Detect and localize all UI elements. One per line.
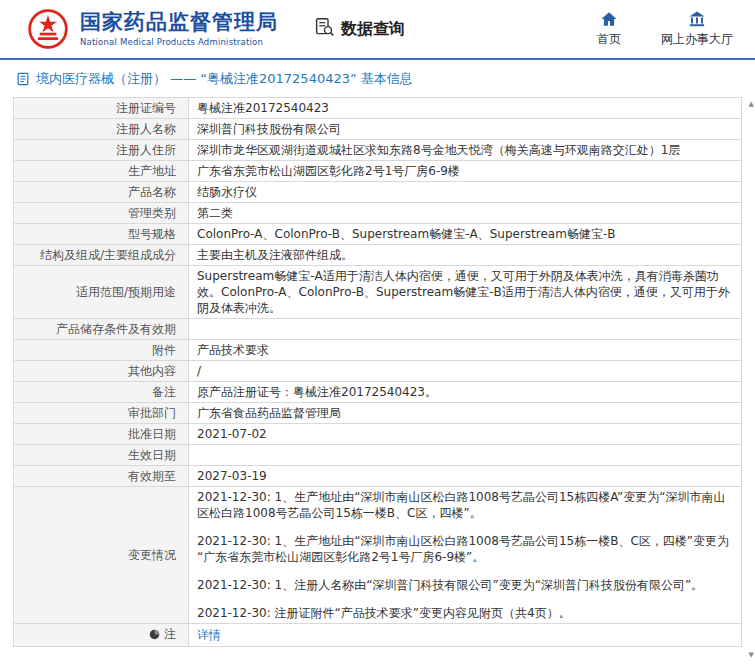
agency-brand[interactable]: 国家药品监督管理局 National Medical Products Admi… — [26, 7, 278, 51]
row-label: 生效日期 — [14, 445, 189, 466]
row-label: 有效期至 — [14, 466, 189, 487]
national-emblem-icon — [26, 7, 70, 51]
breadcrumb: 境内医疗器械（注册） —— “粤械注准20172540423” 基本信息 — [0, 60, 755, 95]
nav-service-hall[interactable]: 网上办事大厅 — [661, 10, 733, 48]
brand-text: 国家药品监督管理局 National Medical Products Admi… — [80, 11, 278, 47]
note-circle-icon — [149, 629, 160, 640]
row-value: 粤械注准20172540423 — [189, 98, 742, 119]
row-label: 注册人住所 — [14, 140, 189, 161]
row-value: 第二类 — [189, 203, 742, 224]
document-search-icon — [314, 17, 335, 42]
row-label: 审批部门 — [14, 403, 189, 424]
nav-home-label: 首页 — [597, 31, 621, 48]
nav-hall-label: 网上办事大厅 — [661, 31, 733, 48]
row-value: 原产品注册证号：粤械注准20172540423。 — [189, 382, 742, 403]
row-value: ColonPro-A、ColonPro-B、Superstream畅健宝-A、S… — [189, 224, 742, 245]
top-nav: 首页 网上办事大厅 — [597, 10, 741, 48]
row-value: 产品技术要求 — [189, 340, 742, 361]
row-value-changes: 2021-12-30: 1、生产地址由“深圳市南山区松白路1008号艺晶公司15… — [189, 487, 742, 624]
table-row-changes: 变更情况 2021-12-30: 1、生产地址由“深圳市南山区松白路1008号艺… — [14, 487, 742, 624]
table-row-attachment: 附件 产品技术要求 — [14, 340, 742, 361]
table-row-scope: 适用范围/预期用途 Superstream畅健宝-A适用于清洁人体内宿便，通便，… — [14, 266, 742, 319]
table-row-model-spec: 型号规格 ColonPro-A、ColonPro-B、Superstream畅健… — [14, 224, 742, 245]
row-value-note: 详情 — [189, 624, 742, 647]
table-row-production-address: 生产地址 广东省东莞市松山湖园区彰化路2号1号厂房6-9楼 — [14, 161, 742, 182]
row-label-note: 注 — [14, 624, 189, 647]
row-label: 生产地址 — [14, 161, 189, 182]
table-row-note: 注 详情 — [14, 624, 742, 647]
row-value — [189, 445, 742, 466]
row-value: 2021-07-02 — [189, 424, 742, 445]
row-label: 产品名称 — [14, 182, 189, 203]
breadcrumb-text: 境内医疗器械（注册） —— “粤械注准20172540423” 基本信息 — [36, 70, 413, 88]
row-label: 变更情况 — [14, 487, 189, 624]
table-row-valid-until: 有效期至 2027-03-19 — [14, 466, 742, 487]
row-value: 广东省东莞市松山湖园区彰化路2号1号厂房6-9楼 — [189, 161, 742, 182]
table-row-reg-no: 注册证编号 粤械注准20172540423 — [14, 98, 742, 119]
row-value: 广东省食品药品监督管理局 — [189, 403, 742, 424]
change-paragraph: 2021-12-30: 1、注册人名称由“深圳普门科技有限公司”变更为“深圳普门… — [197, 577, 733, 593]
row-label: 备注 — [14, 382, 189, 403]
change-paragraph: 2021-12-30: 1、生产地址由“深圳市南山区松白路1008号艺晶公司15… — [197, 489, 733, 521]
row-label: 注册人名称 — [14, 119, 189, 140]
site-header: 国家药品监督管理局 National Medical Products Admi… — [0, 0, 755, 60]
table-row-effective-date: 生效日期 — [14, 445, 742, 466]
page: 国家药品监督管理局 National Medical Products Admi… — [0, 0, 755, 663]
row-value: Superstream畅健宝-A适用于清洁人体内宿便，通便，又可用于外阴及体表冲… — [189, 266, 742, 319]
scroll-down-arrow[interactable]: ▼ — [749, 652, 754, 659]
agency-name-en: National Medical Products Administration — [80, 37, 278, 47]
government-building-icon — [688, 10, 706, 28]
row-value: 主要由主机及注液部件组成。 — [189, 245, 742, 266]
row-value: 结肠水疗仪 — [189, 182, 742, 203]
table-row-storage: 产品储存条件及有效期 — [14, 319, 742, 340]
agency-name-cn: 国家药品监督管理局 — [80, 11, 278, 34]
table-row-registrant: 注册人名称 深圳普门科技股份有限公司 — [14, 119, 742, 140]
home-icon — [600, 10, 618, 28]
row-label: 附件 — [14, 340, 189, 361]
table-row-structure: 结构及组成/主要组成成分 主要由主机及注液部件组成。 — [14, 245, 742, 266]
row-value: 2027-03-19 — [189, 466, 742, 487]
row-label: 适用范围/预期用途 — [14, 266, 189, 319]
row-value: / — [189, 361, 742, 382]
change-paragraph: 2021-12-30: 注册证附件“产品技术要求”变更内容见附页（共4页）。 — [197, 605, 733, 621]
table-container: 注册证编号 粤械注准20172540423 注册人名称 深圳普门科技股份有限公司… — [0, 97, 755, 663]
row-label: 产品储存条件及有效期 — [14, 319, 189, 340]
table-row-approval-dept: 审批部门 广东省食品药品监督管理局 — [14, 403, 742, 424]
row-label: 其他内容 — [14, 361, 189, 382]
nav-home[interactable]: 首页 — [597, 10, 621, 48]
table-row-other: 其他内容 / — [14, 361, 742, 382]
row-value — [189, 319, 742, 340]
row-value: 深圳市龙华区观湖街道观城社区求知东路8号金地天悦湾（梅关高速与环观南路交汇处）1… — [189, 140, 742, 161]
table-row-management-class: 管理类别 第二类 — [14, 203, 742, 224]
table-row-registrant-address: 注册人住所 深圳市龙华区观湖街道观城社区求知东路8号金地天悦湾（梅关高速与环观南… — [14, 140, 742, 161]
registration-info-table: 注册证编号 粤械注准20172540423 注册人名称 深圳普门科技股份有限公司… — [13, 97, 742, 647]
row-value: 深圳普门科技股份有限公司 — [189, 119, 742, 140]
detail-link[interactable]: 详情 — [197, 628, 221, 642]
row-label: 结构及组成/主要组成成分 — [14, 245, 189, 266]
note-label: 注 — [164, 626, 176, 642]
table-row-remark: 备注 原产品注册证号：粤械注准20172540423。 — [14, 382, 742, 403]
row-label: 批准日期 — [14, 424, 189, 445]
table-row-product-name: 产品名称 结肠水疗仪 — [14, 182, 742, 203]
row-label: 管理类别 — [14, 203, 189, 224]
row-label: 型号规格 — [14, 224, 189, 245]
scroll-up-arrow[interactable]: ▲ — [749, 101, 754, 108]
data-query-tab[interactable]: 数据查询 — [314, 17, 405, 42]
document-icon — [16, 72, 30, 86]
data-query-label: 数据查询 — [341, 19, 405, 40]
change-paragraph: 2021-12-30: 1、生产地址由“深圳市南山区松白路1008号艺晶公司15… — [197, 533, 733, 565]
table-row-approval-date: 批准日期 2021-07-02 — [14, 424, 742, 445]
row-label: 注册证编号 — [14, 98, 189, 119]
